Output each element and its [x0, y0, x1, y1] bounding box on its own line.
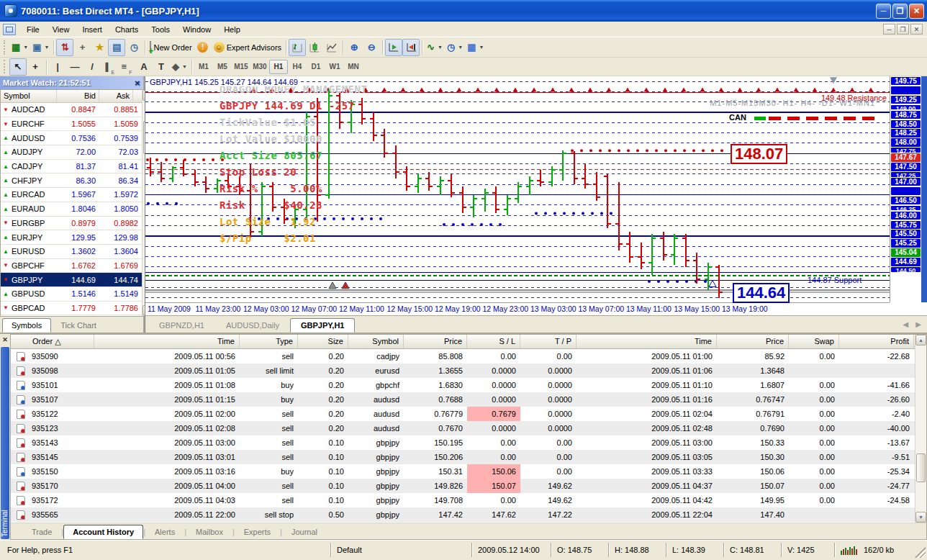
- history-column-size[interactable]: Size: [298, 335, 348, 348]
- equidistant-channel-button[interactable]: ∥E: [101, 58, 118, 76]
- scroll-down-icon[interactable]: ▼: [915, 512, 926, 523]
- profiles-button[interactable]: ▣▼: [30, 39, 51, 56]
- menu-help[interactable]: Help: [217, 23, 247, 36]
- history-row[interactable]: 9351222009.05.11 02:00sell0.20audusd0.76…: [11, 407, 915, 421]
- new-order-button[interactable]: New Order: [148, 39, 194, 56]
- market-watch-row[interactable]: ▼EURGBP0.89790.8982: [1, 217, 142, 231]
- menu-charts[interactable]: Charts: [109, 23, 145, 36]
- terminal-tab-alerts[interactable]: Alerts: [145, 525, 184, 539]
- market-watch-row[interactable]: ▼GBPCAD1.77791.7786: [1, 302, 142, 316]
- new-chart-button[interactable]: ▦▼: [9, 39, 30, 56]
- tab-tick-chart[interactable]: Tick Chart: [51, 318, 106, 333]
- history-row[interactable]: 9351072009.05.11 01:15buy0.20audusd0.768…: [11, 392, 915, 407]
- menu-window[interactable]: Window: [176, 23, 217, 36]
- toolbar-grip[interactable]: [4, 40, 7, 55]
- market-watch-row[interactable]: ▲CADJPY81.3781.41: [1, 160, 142, 174]
- fibonacci-button[interactable]: ≡F: [118, 58, 135, 76]
- scroll-up-icon[interactable]: ▲: [915, 335, 926, 346]
- market-watch-row[interactable]: ▼GBPJPY144.69144.74: [1, 273, 142, 287]
- market-watch-row[interactable]: ▲EURUSD1.36021.3604: [1, 245, 142, 259]
- history-column-symbol[interactable]: Symbol: [348, 335, 404, 348]
- history-column-profit-close[interactable]: Profit: [839, 335, 914, 348]
- strategy-tester-toggle-button[interactable]: ◷: [125, 39, 143, 56]
- horizontal-line-button[interactable]: —: [66, 58, 83, 76]
- history-column-price[interactable]: Price: [404, 335, 467, 348]
- chart-tab-audusd-daily[interactable]: AUDUSD,Daily: [215, 318, 290, 333]
- market-watch-close-icon[interactable]: ✕: [135, 79, 140, 87]
- templates-button[interactable]: ▦▼: [465, 39, 486, 56]
- history-column-tp[interactable]: T / P: [520, 335, 576, 348]
- market-watch-header[interactable]: SymbolBidAsk: [1, 90, 142, 103]
- text-label-button[interactable]: T: [153, 58, 170, 76]
- tab-symbols[interactable]: Symbols: [2, 318, 51, 333]
- chart-tab-gbpnzd-h1[interactable]: GBPNZD,H1: [148, 318, 215, 333]
- column-header-bid[interactable]: Bid: [57, 90, 99, 102]
- history-row[interactable]: 9350982009.05.11 01:05sell limit0.20euru…: [11, 363, 915, 378]
- timeframe-m30-button[interactable]: M30: [250, 60, 269, 74]
- zoom-out-button[interactable]: ⊖: [363, 39, 380, 56]
- price-axis[interactable]: 149.75149.25149.00148.75148.50148.25148.…: [890, 76, 921, 302]
- vertical-line-button[interactable]: |: [49, 58, 66, 76]
- market-watch-row[interactable]: ▲AUDUSD0.75360.7539: [1, 131, 142, 145]
- zoom-in-button[interactable]: ⊕: [345, 39, 363, 56]
- timeframe-d1-button[interactable]: D1: [307, 60, 325, 74]
- timeframe-w1-button[interactable]: W1: [325, 60, 344, 74]
- history-column-order[interactable]: Order △: [11, 335, 94, 348]
- close-button[interactable]: ✕: [909, 4, 924, 19]
- market-watch-row[interactable]: ▲CHFJPY86.3086.34: [1, 173, 142, 188]
- history-row[interactable]: 9351012009.05.11 01:08buy0.20gbpchf1.683…: [11, 378, 915, 392]
- periods-button[interactable]: ◷▼: [445, 39, 465, 56]
- market-watch-toggle-button[interactable]: ⇅: [56, 39, 73, 56]
- market-watch-row[interactable]: ▲AUDJPY72.0072.03: [1, 145, 142, 160]
- history-column-sl[interactable]: S / L: [467, 335, 520, 348]
- templates-dropdown-icon[interactable]: ▼: [479, 45, 484, 50]
- terminal-scrollbar[interactable]: ▲ ▼: [915, 335, 926, 523]
- chart-plot-area[interactable]: GBPJPY,H1 145.25 145.27 144.64 144.69 DR…: [145, 76, 890, 302]
- market-watch-row[interactable]: ▼GBPCHF1.67621.6769: [1, 259, 142, 274]
- navigator-toggle-button[interactable]: ★: [91, 39, 108, 56]
- history-column-type[interactable]: Type: [240, 335, 298, 348]
- menu-view[interactable]: View: [46, 23, 76, 36]
- history-row[interactable]: 9351232009.05.11 02:08sell0.20audusd0.76…: [11, 421, 915, 435]
- terminal-tab-account-history[interactable]: Account History: [63, 525, 143, 539]
- market-watch-row[interactable]: ▲EURAUD1.80461.8050: [1, 202, 142, 217]
- history-row[interactable]: 9351452009.05.11 03:01sell0.10gbpjpy150.…: [11, 450, 915, 464]
- timeframe-m15-button[interactable]: M15: [232, 60, 250, 74]
- mdi-restore-button[interactable]: ❐: [897, 24, 909, 35]
- terminal-toggle-button[interactable]: ▤: [108, 39, 125, 56]
- terminal-tab-mailbox[interactable]: Mailbox: [186, 525, 232, 539]
- auto-scroll-button[interactable]: [385, 39, 402, 56]
- timeframe-mn-button[interactable]: MN: [344, 60, 363, 74]
- history-column-swap-close[interactable]: Swap: [789, 335, 839, 348]
- history-column-price-close[interactable]: Price: [717, 335, 789, 348]
- menu-file[interactable]: File: [20, 23, 46, 36]
- minimize-button[interactable]: ─: [876, 4, 891, 19]
- bar-chart-button[interactable]: [289, 39, 306, 56]
- maximize-button[interactable]: ❐: [892, 4, 908, 19]
- column-header-ask[interactable]: Ask: [99, 90, 133, 102]
- text-button[interactable]: A: [135, 58, 153, 76]
- terminal-tab-experts[interactable]: Experts: [235, 525, 280, 539]
- timeframe-m1-button[interactable]: M1: [194, 60, 213, 74]
- arrows-button[interactable]: ◆▼: [170, 58, 189, 76]
- market-watch-row[interactable]: ▲EURJPY129.95129.98: [1, 230, 142, 245]
- scroll-right-icon[interactable]: ▶: [915, 320, 921, 328]
- terminal-tab-journal[interactable]: Journal: [282, 525, 327, 539]
- time-axis[interactable]: 11 May 200911 May 23:0012 May 03:0012 Ma…: [145, 302, 890, 315]
- history-row[interactable]: 9351702009.05.11 04:00sell0.10gbpjpy149.…: [11, 479, 915, 493]
- timeframe-h4-button[interactable]: H4: [288, 60, 307, 74]
- history-column-time-close[interactable]: Time: [576, 335, 717, 348]
- trendline-button[interactable]: /: [83, 58, 101, 76]
- terminal-close-icon[interactable]: ✕: [0, 334, 10, 346]
- line-chart-button[interactable]: [323, 39, 340, 56]
- market-watch-row[interactable]: ▲EURCAD1.59671.5972: [1, 188, 142, 202]
- history-table-header[interactable]: Order △TimeTypeSizeSymbolPriceS / LT / P…: [11, 335, 915, 349]
- arrows-dropdown-icon[interactable]: ▼: [182, 64, 187, 69]
- terminal-tab-trade[interactable]: Trade: [22, 525, 61, 539]
- mdi-close-button[interactable]: ✕: [910, 24, 923, 35]
- periods-dropdown-icon[interactable]: ▼: [458, 45, 463, 50]
- mdi-minimize-button[interactable]: ─: [883, 24, 895, 35]
- history-column-time[interactable]: Time: [94, 335, 240, 348]
- scroll-thumb[interactable]: [916, 453, 926, 482]
- menu-tools[interactable]: Tools: [145, 23, 176, 36]
